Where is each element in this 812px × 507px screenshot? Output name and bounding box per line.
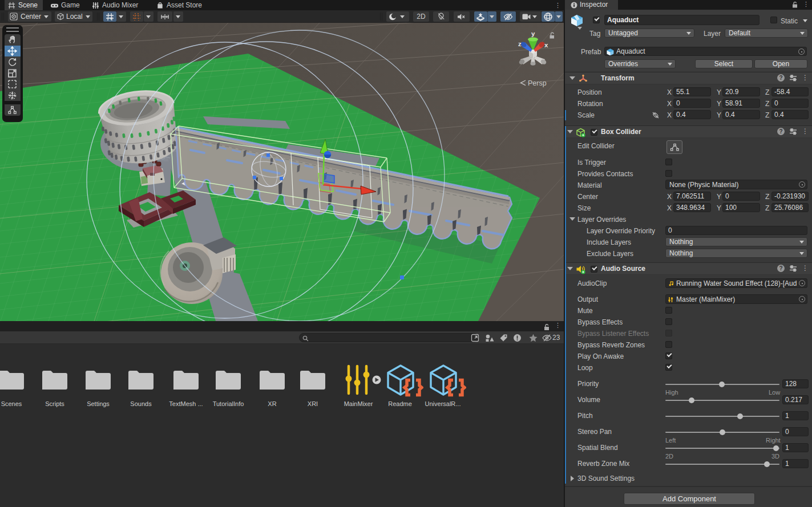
svg-text:x: x xyxy=(544,42,548,48)
svg-text:Y: Y xyxy=(110,17,112,21)
svg-text:z: z xyxy=(518,40,522,47)
svg-text:y: y xyxy=(531,30,535,37)
svg-text:Persp: Persp xyxy=(528,79,547,87)
